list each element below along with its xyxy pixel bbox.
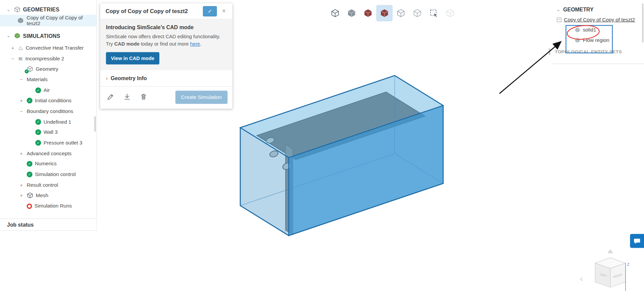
tree-item-label: Wall 3 xyxy=(44,129,58,135)
cube-icon xyxy=(331,9,340,18)
tree-item-boundary-conditions[interactable]: −Boundary conditions xyxy=(0,106,97,116)
geometry-cube-icon xyxy=(17,17,24,24)
geometry-info-label: Geometry Info xyxy=(111,75,147,81)
tree-item-label: Incompressible 2 xyxy=(26,56,64,61)
collapse-icon[interactable]: − xyxy=(18,108,24,114)
tree-item-label: Geometry xyxy=(36,66,58,72)
expand-icon[interactable]: + xyxy=(18,98,24,104)
nav-up-arrow[interactable] xyxy=(607,249,613,253)
solid-cube-icon[interactable] xyxy=(343,5,360,21)
cube-icon xyxy=(575,27,580,33)
tree-item-label: Initial conditions xyxy=(35,98,71,104)
simulation-tree: +♨Convective Heat Transfer−≋Incompressib… xyxy=(0,43,97,211)
view-navigation-cube[interactable]: ‹ › LEFT FRONT Z xyxy=(576,245,644,291)
geometries-icon xyxy=(14,6,21,13)
cube-icon xyxy=(380,9,389,18)
tree-item-materials[interactable]: −Materials xyxy=(0,74,97,85)
scene-item-label: Flow region xyxy=(583,37,609,43)
tree-item-advanced-concepts[interactable]: +Advanced concepts xyxy=(0,148,97,159)
tree-item-mesh[interactable]: +Mesh xyxy=(0,190,97,201)
scene-item-solid1[interactable]: solid1 xyxy=(552,24,644,35)
check-circle-icon: ✓ xyxy=(27,98,33,104)
chat-button[interactable] xyxy=(630,234,644,248)
edit-icon[interactable] xyxy=(105,92,116,103)
collapse-icon[interactable]: − xyxy=(18,77,24,82)
tree-item-numerics[interactable]: ✓Numerics xyxy=(0,159,97,169)
expand-icon[interactable]: + xyxy=(18,151,24,156)
close-icon[interactable]: × xyxy=(219,6,229,16)
scene-tree-panel: ⌄ GEOMETRY − Copy of Copy of Copy of tes… xyxy=(552,0,644,64)
tree-item-incompressible-2[interactable]: −≋Incompressible 2 xyxy=(0,53,97,64)
check-circle-icon: ✓ xyxy=(35,140,41,146)
geometries-section-label: GEOMETRIES xyxy=(23,6,60,12)
geometry-item-label: Copy of Copy of Copy of teszt2 xyxy=(27,15,97,26)
check-circle-icon: ✓ xyxy=(35,119,41,125)
wireframe-cube-icon[interactable] xyxy=(409,5,426,21)
scene-item-flow-region[interactable]: Flow region xyxy=(552,35,644,45)
chevron-down-icon[interactable]: ⌄ xyxy=(7,7,12,12)
geometry-tree-header[interactable]: ⌄ GEOMETRY xyxy=(552,4,644,15)
chevron-down-icon[interactable]: ⌄ xyxy=(7,33,12,39)
cad-mode-promo: Introducing SimScale’s CAD mode SimScale… xyxy=(100,19,233,70)
promo-end: . xyxy=(200,41,201,47)
simulations-section-header[interactable]: ⌄ SIMULATIONS xyxy=(0,31,97,41)
tree-item-undefined-1[interactable]: ✓Undefined 1 xyxy=(0,116,97,127)
tree-item-convective-heat-transfer[interactable]: +♨Convective Heat Transfer xyxy=(0,43,97,53)
promo-bold: CAD mode xyxy=(114,41,139,47)
geometry-solid-red-active-icon[interactable] xyxy=(376,5,393,21)
tree-item-geometry[interactable]: ✓Geometry xyxy=(0,64,97,74)
expand-icon[interactable]: + xyxy=(18,182,24,188)
chevron-down-icon[interactable]: ⌄ xyxy=(556,7,560,12)
geometry-model[interactable] xyxy=(240,75,443,235)
panel-resize-handle[interactable] xyxy=(549,48,550,55)
box-select-icon[interactable] xyxy=(426,5,442,21)
tree-item-label: Result control xyxy=(27,182,58,188)
geometry-info-toggle[interactable]: › Geometry Info xyxy=(100,70,233,86)
tree-item-simulation-control[interactable]: ✓Simulation control xyxy=(0,169,97,180)
expand-icon[interactable]: + xyxy=(18,193,24,198)
tree-item-air[interactable]: ✓Air xyxy=(0,85,97,95)
tree-item-result-control[interactable]: +Result control xyxy=(0,180,97,190)
chevron-right-icon: › xyxy=(106,75,108,81)
expand-icon[interactable]: + xyxy=(10,45,15,51)
cube-icon xyxy=(413,9,422,18)
cube-icon xyxy=(446,9,455,18)
tree-item-wall-3[interactable]: ✓Wall 3 xyxy=(0,127,97,137)
collapse-box-icon[interactable]: − xyxy=(557,17,561,22)
check-circle-icon: ✓ xyxy=(35,129,41,135)
topological-entity-sets-header[interactable]: TOPOLOGICAL ENTITY SETS xyxy=(552,49,644,54)
tree-item-pressure-outlet-3[interactable]: ✓Pressure outlet 3 xyxy=(0,137,97,148)
simscale-workbench: ⌄ GEOMETRIES Copy of Copy of Copy of tes… xyxy=(0,0,644,291)
delete-icon[interactable] xyxy=(138,92,149,103)
view-cube-icon[interactable] xyxy=(327,5,343,21)
check-circle-icon: ✓ xyxy=(27,172,33,177)
cube-icon xyxy=(363,9,373,18)
view-in-cad-mode-button[interactable]: View in CAD mode xyxy=(106,52,159,64)
panel-scrollbar-thumb[interactable] xyxy=(642,3,644,43)
promo-here-link[interactable]: here xyxy=(190,41,200,47)
tree-item-simulation-runs[interactable]: Simulation Runs xyxy=(0,201,97,211)
job-status-bar[interactable]: Job status xyxy=(0,218,97,230)
sidebar-item-geometry[interactable]: Copy of Copy of Copy of teszt2 xyxy=(0,15,97,26)
create-simulation-button[interactable]: Create Simulation xyxy=(175,91,228,104)
tree-item-label: Pressure outlet 3 xyxy=(44,140,83,146)
transparent-cube-icon[interactable] xyxy=(393,5,409,21)
geometry-solid-red-icon[interactable] xyxy=(360,5,376,21)
geometry-root-label: Copy of Copy of Copy of teszt2 xyxy=(564,17,635,22)
sidebar-scrollbar-thumb[interactable] xyxy=(94,116,96,132)
geometries-section-header[interactable]: ⌄ GEOMETRIES xyxy=(0,4,97,15)
geometry-tree-title: GEOMETRY xyxy=(563,6,593,12)
tree-item-initial-conditions[interactable]: +✓Initial conditions xyxy=(0,96,97,106)
cube-icon xyxy=(396,9,405,18)
geometry-root-item[interactable]: − Copy of Copy of Copy of teszt2 xyxy=(552,15,644,24)
z-axis-label: Z xyxy=(627,263,630,267)
collapse-icon[interactable]: − xyxy=(10,56,15,61)
cube-icon xyxy=(429,9,438,18)
panel-footer: Create Simulation xyxy=(100,86,233,109)
confirm-button[interactable]: ✓ xyxy=(203,6,217,16)
download-icon[interactable] xyxy=(121,92,132,103)
simulations-icon xyxy=(14,33,21,39)
geometry-detail-panel: Copy of Copy of Copy of teszt2 ✓ × Intro… xyxy=(100,3,233,109)
panel-header: Copy of Copy of Copy of teszt2 ✓ × xyxy=(100,3,233,19)
nav-left-arrow[interactable]: ‹ xyxy=(580,274,583,284)
